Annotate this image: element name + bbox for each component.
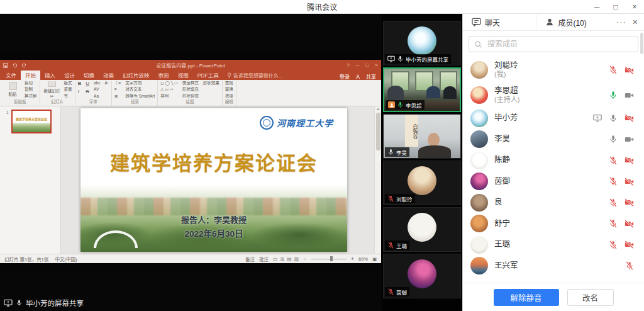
avatar <box>470 172 488 190</box>
ppt-tab-6: 动画 <box>99 70 118 80</box>
close-button[interactable]: × <box>625 0 644 13</box>
more-options-icon[interactable]: ··· <box>616 20 626 25</box>
ribbon-button: △ ▭ ⇨ <box>160 86 178 92</box>
member-row-李昊[interactable]: 李昊 <box>463 129 644 150</box>
tab-chat[interactable]: 聊天 <box>463 14 536 30</box>
calligraphy-scroll: 白驹谷 <box>405 115 418 147</box>
member-row-良[interactable]: 良 <box>463 192 644 213</box>
slide: 河南理工大学 建筑学培养方案论证会 报告人：李昊教授 2022年6月30日 <box>80 108 347 252</box>
ppt-slide-canvas: 河南理工大学 建筑学培养方案论证会 报告人：李昊教授 2022年6月30日 <box>61 106 381 254</box>
scrollbar-thumb <box>376 113 380 150</box>
participant-name: 刘聪玲 <box>396 195 413 203</box>
mic-icon[interactable] <box>609 91 618 99</box>
video-tile-刘聪玲[interactable]: 刘聪玲 <box>383 161 461 205</box>
member-row-刘聪玲[interactable]: 刘聪玲(我) <box>463 57 644 82</box>
unmute-button[interactable]: 解除静音 <box>494 289 559 306</box>
ppt-maximize-icon: □ <box>365 62 369 68</box>
camera-off-icon[interactable] <box>625 114 634 122</box>
member-status-icons <box>609 198 634 207</box>
member-row-茵御[interactable]: 茵御 <box>463 171 644 193</box>
ppt-document-title: 论证报告内容.ppt - PowerPoint <box>156 62 225 69</box>
camera-off-icon[interactable] <box>625 198 634 206</box>
meeting-title: 腾讯会议 <box>307 1 337 12</box>
member-row-毕小芳[interactable]: 毕小芳 <box>463 108 644 129</box>
tab-chat-label: 聊天 <box>485 17 500 28</box>
mic-muted-icon[interactable] <box>609 198 618 207</box>
ribbon-button: ⋮≡ <box>114 81 121 86</box>
video-tile-李昊[interactable]: 白驹谷 李昊 <box>383 114 461 159</box>
tile-name-label: 毕小芳的屏幕共享 <box>385 54 451 64</box>
tab-members-label: 成员(10) <box>558 17 586 28</box>
undo-icon <box>12 63 18 68</box>
mic-icon[interactable] <box>609 114 618 123</box>
member-name: 良 <box>494 198 502 207</box>
camera-off-icon[interactable] <box>625 240 634 249</box>
member-name: 陈静 <box>494 156 510 165</box>
member-role: (我) <box>494 71 518 79</box>
camera-off-icon[interactable] <box>625 156 634 164</box>
ribbon-group-label: 编辑 <box>225 98 233 106</box>
member-name: 毕小芳 <box>494 113 518 123</box>
mic-muted-icon[interactable] <box>609 219 618 228</box>
tile-name-label: 茵御 <box>385 287 409 297</box>
avatar <box>470 257 488 274</box>
participant-name: 李昊 <box>396 149 407 156</box>
screen-share-banner-text: 毕小芳的屏幕共享 <box>26 298 84 308</box>
ribbon-button: 转换为 SmartArt <box>125 93 155 98</box>
video-tile-毕小芳的屏幕共享[interactable]: 毕小芳的屏幕共享 <box>383 21 461 65</box>
avatar <box>470 215 488 232</box>
zoom-slider <box>311 259 347 259</box>
members-icon <box>545 18 554 26</box>
panel-scrollbar-thumb[interactable] <box>640 33 643 54</box>
ppt-quick-access-toolbar <box>3 63 27 68</box>
camera-icon[interactable] <box>625 135 634 144</box>
ribbon-button: 重置 <box>64 86 72 92</box>
member-row-王兴军[interactable]: 王兴军 <box>463 256 644 277</box>
tile-name-label: 李昊 <box>385 147 409 157</box>
video-tile-王璐[interactable]: 王璐 <box>383 207 461 252</box>
participant-avatar <box>408 213 436 242</box>
screen-share-icon <box>4 299 13 307</box>
mic-muted-icon[interactable] <box>609 156 618 165</box>
panel-tab-bar: 聊天 成员(10) ··· × <box>463 14 644 31</box>
ribbon-button: 查找 <box>225 81 233 86</box>
video-tile-李思超[interactable]: 李思超 <box>383 67 461 112</box>
member-row-陈静[interactable]: 陈静 <box>463 150 644 171</box>
search-input[interactable] <box>486 39 633 49</box>
presenter-line: 报告人：李昊教授 <box>80 213 347 225</box>
camera-off-icon[interactable] <box>625 66 634 74</box>
member-row-王璐[interactable]: 王璐 <box>463 234 644 256</box>
mic-icon <box>387 149 394 156</box>
mic-icon[interactable] <box>609 135 618 144</box>
member-row-李思超[interactable]: 李思超(主持人) <box>463 82 644 108</box>
camera-icon[interactable] <box>625 91 634 99</box>
member-row-舒宁[interactable]: 舒宁 <box>463 213 644 235</box>
ribbon-group-label: 绘图 <box>160 98 219 106</box>
ppt-close-icon: × <box>375 62 378 68</box>
tab-members[interactable]: 成员(10) <box>536 14 609 30</box>
member-text: 李昊 <box>494 135 510 144</box>
zoom-level: 69% <box>358 256 368 262</box>
member-text: 良 <box>494 198 502 207</box>
participant-avatar <box>408 166 436 195</box>
member-text: 刘聪玲(我) <box>494 61 518 79</box>
member-search-box[interactable] <box>469 36 638 52</box>
ribbon-group-6: 查找替换选择编辑 <box>223 81 236 106</box>
camera-off-icon[interactable] <box>625 178 634 186</box>
rename-button[interactable]: 改名 <box>567 289 614 306</box>
mic-muted-icon[interactable] <box>625 261 634 270</box>
screen-share-banner: 毕小芳的屏幕共享 <box>0 296 90 310</box>
screen-share-icon[interactable] <box>593 114 602 122</box>
minimize-button[interactable]: ─ <box>587 0 606 13</box>
avatar <box>470 110 488 127</box>
video-tile-茵御[interactable]: 茵御 <box>383 254 461 298</box>
maximize-button[interactable]: □ <box>606 0 625 13</box>
ribbon-button: 节 <box>64 93 72 98</box>
mic-muted-icon[interactable] <box>609 177 618 186</box>
panel-close-icon[interactable]: × <box>633 17 638 27</box>
camera-off-icon[interactable] <box>625 220 634 228</box>
ribbon-group-label: 剪贴板 <box>3 98 37 106</box>
mic-muted-icon[interactable] <box>609 65 618 74</box>
mic-muted-icon[interactable] <box>609 240 618 249</box>
member-status-icons <box>609 177 634 186</box>
